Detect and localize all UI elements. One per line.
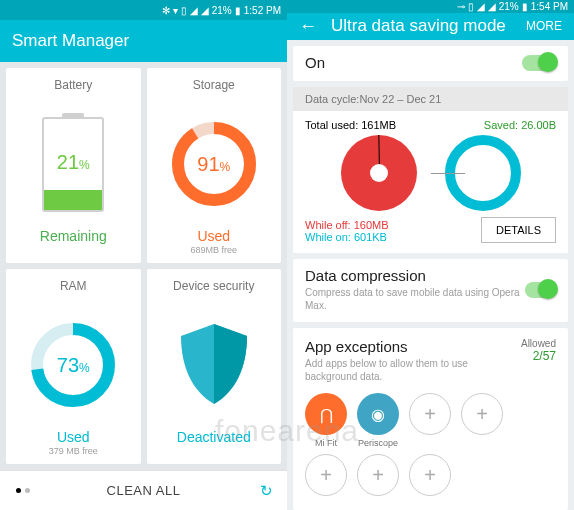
battery-value: 21% [57,151,90,174]
add-app-button[interactable]: + [305,454,347,496]
allowed-count: 2/57 [521,349,556,363]
dot-active [16,488,21,493]
mifit-icon: ⋂ [305,393,347,435]
wifi-icon: ▾ [173,5,178,16]
saved-label: Saved: 26.00B [484,119,556,131]
sim-icon: ▯ [468,1,474,12]
battery-card[interactable]: Battery 21% Remaining [6,68,141,263]
master-toggle[interactable] [522,55,556,71]
app-bar: ← Ultra data saving mode MORE [287,13,574,40]
card-footer: Remaining [40,228,107,244]
more-button[interactable]: MORE [526,19,562,33]
card-title: Battery [54,78,92,92]
apps-row-2: + + + [305,454,556,496]
smart-manager-screen: ✻ ▾ ▯ ◢ ◢ 21% ▮ 1:52 PM Smart Manager Ba… [0,0,287,510]
usage-charts [305,135,556,211]
storage-card[interactable]: Storage 91% Used 689MB free [147,68,282,263]
bottom-bar: CLEAN ALL ↻ [0,470,287,510]
add-app-button[interactable]: + [357,454,399,496]
battery-pct: 21% [499,1,519,12]
while-on-label: While on: 601KB [305,231,389,243]
plus-icon: + [409,393,451,435]
plus-icon: + [461,393,503,435]
on-label: On [305,54,325,71]
shield-icon [174,320,254,410]
status-bar: ⊸ ▯ ◢ ◢ 21% ▮ 1:54 PM [287,0,574,13]
compression-title: Data compression [305,267,525,284]
card-footer: Used [57,429,90,445]
bluetooth-icon: ✻ [162,5,170,16]
clock: 1:54 PM [531,1,568,12]
signal-icon: ◢ [190,5,198,16]
storage-value: 91% [197,153,230,176]
app-label: Mi Fit [315,438,337,448]
compression-sub: Compress data to save mobile data using … [305,286,525,312]
saved-ring [445,135,521,211]
ram-value: 73% [57,354,90,377]
app-mifit[interactable]: ⋂ Mi Fit [305,393,347,448]
plus-icon: + [357,454,399,496]
security-card[interactable]: Device security Deactivated [147,269,282,464]
signal-icon: ◢ [488,1,496,12]
app-label: Periscope [358,438,398,448]
exceptions-sub: Add apps below to allow them to use back… [305,357,521,383]
usage-section: Total used: 161MB Saved: 26.00B While of… [293,111,568,253]
dot-inactive [25,488,30,493]
plus-icon: + [409,454,451,496]
plus-icon: + [305,454,347,496]
total-used-label: Total used: 161MB [305,119,396,131]
app-title: Smart Manager [12,31,129,51]
app-title: Ultra data saving mode [331,16,506,36]
add-app-button[interactable]: + [409,393,451,448]
ultra-data-saving-screen: ⊸ ▯ ◢ ◢ 21% ▮ 1:54 PM ← Ultra data savin… [287,0,574,510]
signal-icon: ◢ [477,1,485,12]
sim-icon: ▯ [181,5,187,16]
battery-pct: 21% [212,5,232,16]
details-button[interactable]: DETAILS [481,217,556,243]
while-off-label: While off: 160MB [305,219,389,231]
add-app-button[interactable]: + [409,454,451,496]
storage-donut: 91% [168,118,260,210]
battery-icon: ▮ [522,1,528,12]
add-app-button[interactable]: + [461,393,503,448]
used-pie [341,135,417,211]
allowed-label: Allowed [521,338,556,349]
compression-toggle[interactable] [525,282,556,298]
clock: 1:52 PM [244,5,281,16]
card-sub: 689MB free [190,245,237,255]
app-periscope[interactable]: ◉ Periscope [357,393,399,448]
ram-card[interactable]: RAM 73% Used 379 MB free [6,269,141,464]
battery-icon: ▮ [235,5,241,16]
data-cycle-label: Data cycle:Nov 22 – Dec 21 [293,87,568,111]
clean-all-button[interactable]: CLEAN ALL [107,483,181,498]
exceptions-title: App exceptions [305,338,521,355]
periscope-icon: ◉ [357,393,399,435]
page-indicator [16,488,30,493]
card-sub: 379 MB free [49,446,98,456]
on-section: On [293,46,568,81]
apps-row: ⋂ Mi Fit ◉ Periscope + + [305,393,556,448]
card-title: RAM [60,279,87,293]
key-icon: ⊸ [457,1,465,12]
cards-grid: Battery 21% Remaining Storage 91% Used 6… [0,62,287,470]
app-bar: Smart Manager [0,20,287,62]
back-icon[interactable]: ← [299,16,317,37]
card-title: Device security [173,279,254,293]
exceptions-section: App exceptions Add apps below to allow t… [293,328,568,510]
signal-icon: ◢ [201,5,209,16]
battery-fill [44,190,102,209]
refresh-icon[interactable]: ↻ [260,482,273,500]
ram-donut: 73% [27,319,119,411]
compression-section[interactable]: Data compression Compress data to save m… [293,259,568,322]
status-bar: ✻ ▾ ▯ ◢ ◢ 21% ▮ 1:52 PM [0,0,287,20]
card-footer: Used [197,228,230,244]
card-title: Storage [193,78,235,92]
card-footer: Deactivated [177,429,251,445]
battery-gauge: 21% [42,117,104,212]
